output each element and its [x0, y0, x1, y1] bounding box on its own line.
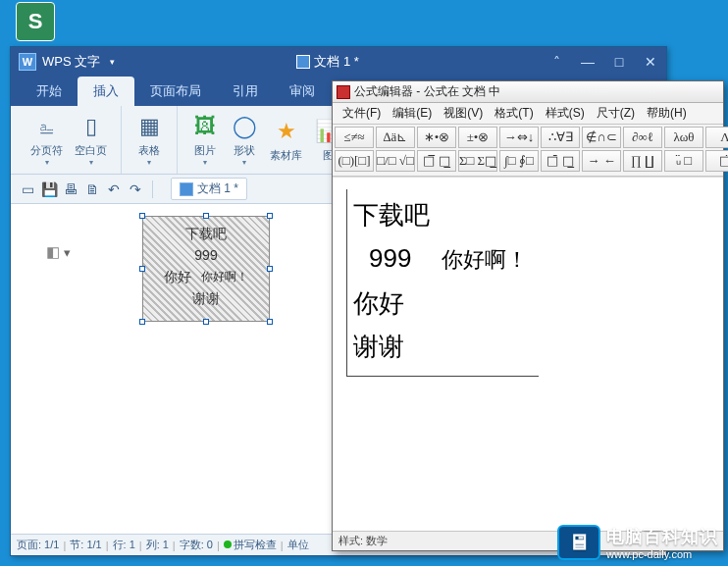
equation-editor-titlebar[interactable]: 公式编辑器 - 公式在 文档 中 [333, 81, 723, 103]
ribbon-label: 素材库 [270, 148, 302, 163]
symbol-btn-embellish[interactable]: ∗•⊗ [417, 127, 456, 148]
table-button[interactable]: ▦ 表格 ▾ [130, 111, 169, 169]
equation-content[interactable]: 下载吧 999 你好啊！ 你好 谢谢 [346, 189, 539, 377]
status-col[interactable]: 列: 1 [146, 538, 169, 552]
tab-page-layout[interactable]: 页面布局 [134, 77, 217, 106]
minimize-button[interactable]: — [572, 47, 603, 77]
page-thumbnail-icon: ◧ [46, 243, 60, 261]
menu-style[interactable]: 样式(S) [540, 105, 591, 122]
chevron-down-icon: ▾ [30, 158, 63, 167]
menu-edit[interactable]: 编辑(E) [387, 105, 438, 122]
blank-page-icon: ▯ [78, 113, 105, 140]
print-preview-button[interactable]: 🗎 [83, 180, 101, 198]
symbol-btn-arrows[interactable]: →⇔↓ [499, 127, 539, 148]
status-words[interactable]: 字数: 0 [180, 538, 213, 552]
wps-title-document: 文档 1 * [115, 53, 541, 71]
symbol-btn-relational[interactable]: ≤≠≈ [335, 127, 374, 148]
symbol-btn-operators[interactable]: ±•⊗ [458, 127, 497, 148]
check-icon [224, 540, 232, 548]
object-line2: 999 [143, 244, 269, 266]
template-btn-subscript[interactable]: □̅ □̲ [417, 150, 456, 172]
tab-insert[interactable]: 插入 [78, 77, 134, 106]
resize-handle-s[interactable] [203, 319, 209, 325]
eq-line3: 你好 [353, 282, 533, 325]
shapes-button[interactable]: ◯ 形状 ▾ [225, 111, 264, 169]
equation-edit-area[interactable]: 下载吧 999 你好啊！ 你好 谢谢 [333, 177, 723, 531]
wps-app-menu-button[interactable]: W WPS 文字 ▾ [11, 53, 115, 71]
symbol-btn-spaces[interactable]: ∆ä⊾ [376, 127, 415, 148]
ribbon-label: 图片 [191, 143, 219, 158]
wps-document-title: 文档 1 * [314, 53, 359, 71]
watermark-cn: 电脑百科知识 [606, 525, 718, 548]
symbol-btn-greek-lower[interactable]: λωθ [664, 127, 703, 148]
template-btn-fraction[interactable]: □/□ √□ [376, 150, 415, 172]
menu-size[interactable]: 尺寸(Z) [591, 105, 641, 122]
template-btn-sum[interactable]: Σ□ Σ□̲ [458, 150, 497, 172]
document-tab[interactable]: 文档 1 * [171, 178, 247, 200]
watermark-badge-icon: 🖥 [557, 525, 600, 560]
eq-line2-right: 你好啊！ [442, 238, 528, 282]
menu-file[interactable]: 文件(F) [337, 105, 387, 122]
document-icon [296, 55, 310, 69]
chevron-down-icon: ▾ [75, 158, 107, 167]
navigation-pane-toggle[interactable]: ◧ ▾ [46, 243, 71, 261]
close-button[interactable]: ✕ [635, 47, 666, 77]
blank-page-button[interactable]: ▯ 空白页 ▾ [69, 111, 113, 169]
symbol-row-1: ≤≠≈ ∆ä⊾ ∗•⊗ ±•⊗ →⇔↓ ∴∀∃ ∉∩⊂ ∂∞ℓ λωθ Λ [335, 127, 721, 148]
status-section[interactable]: 节: 1/1 [70, 538, 101, 552]
ribbon-collapse-button[interactable]: ˄ [541, 47, 572, 77]
template-btn-matrix[interactable]: ᵤ̈ □ [664, 150, 703, 172]
chevron-down-icon: ▾ [135, 158, 163, 167]
resources-button[interactable]: ★ 素材库 [264, 116, 308, 165]
print-button[interactable]: 🖶 [62, 180, 79, 198]
template-btn-boxes[interactable]: □̈ [705, 150, 728, 172]
document-tab-label: 文档 1 * [197, 180, 238, 197]
page-break-icon: ⎁ [33, 113, 61, 140]
template-btn-labeled-arrow[interactable]: → ← [582, 150, 621, 172]
symbol-btn-logical[interactable]: ∴∀∃ [541, 127, 580, 148]
chevron-down-icon: ▾ [191, 158, 219, 167]
maximize-button[interactable]: □ [603, 47, 635, 77]
ribbon-label: 分页符 [30, 143, 63, 158]
tab-review[interactable]: 审阅 [274, 77, 331, 106]
undo-button[interactable]: ↶ [105, 180, 123, 198]
symbol-btn-set[interactable]: ∉∩⊂ [582, 127, 621, 148]
save-button[interactable]: 💾 [40, 180, 58, 198]
template-btn-integral[interactable]: ∫□ ∮□ [499, 150, 539, 172]
wps-logo-icon: W [19, 53, 36, 71]
symbol-btn-misc[interactable]: ∂∞ℓ [623, 127, 662, 148]
resize-handle-se[interactable] [267, 319, 273, 325]
tab-start[interactable]: 开始 [21, 77, 78, 106]
object-line3-left: 你好 [164, 266, 191, 287]
symbol-btn-greek-upper[interactable]: Λ [705, 127, 728, 148]
menu-view[interactable]: 视图(V) [438, 105, 489, 122]
equation-object[interactable]: 下载吧 999 你好 你好啊！ 谢谢 [142, 216, 270, 322]
page-break-button[interactable]: ⎁ 分页符 ▾ [25, 111, 69, 169]
picture-button[interactable]: 🖼 图片 ▾ [185, 111, 225, 169]
status-unit[interactable]: 单位 [287, 538, 309, 552]
chevron-down-icon: ▾ [231, 158, 258, 167]
picture-icon: 🖼 [191, 113, 219, 140]
template-row-2: (□)[□] □/□ √□ □̅ □̲ Σ□ Σ□̲ ∫□ ∮□ □̄ □̲ →… [335, 150, 721, 172]
menu-format[interactable]: 格式(T) [489, 105, 539, 122]
menu-help[interactable]: 帮助(H) [641, 105, 693, 122]
eq-line4: 谢谢 [353, 325, 533, 368]
resize-handle-sw[interactable] [139, 319, 145, 325]
separator [152, 180, 153, 198]
tab-references[interactable]: 引用 [217, 77, 274, 106]
object-line3-right: 你好啊！ [201, 266, 248, 287]
redo-button[interactable]: ↷ [127, 180, 144, 198]
template-btn-overbar[interactable]: □̄ □̲ [541, 150, 580, 172]
status-spellcheck[interactable]: 拼写检查 [224, 538, 277, 552]
status-page[interactable]: 页面: 1/1 [17, 538, 59, 552]
chevron-down-icon: ▾ [64, 245, 71, 260]
new-button[interactable]: ▭ [19, 180, 36, 198]
shapes-icon: ◯ [231, 113, 258, 140]
template-btn-product[interactable]: ∏ ∐ [623, 150, 662, 172]
site-watermark: 🖥 电脑百科知识 www.pc-daily.com [557, 525, 718, 560]
wps-titlebar[interactable]: W WPS 文字 ▾ 文档 1 * ˄ — □ ✕ [11, 47, 666, 77]
status-line[interactable]: 行: 1 [113, 538, 135, 552]
equation-object-content: 下载吧 999 你好 你好啊！ 谢谢 [143, 217, 269, 309]
wps-title-text: WPS 文字 [42, 53, 100, 71]
template-btn-fences[interactable]: (□)[□] [335, 150, 374, 172]
